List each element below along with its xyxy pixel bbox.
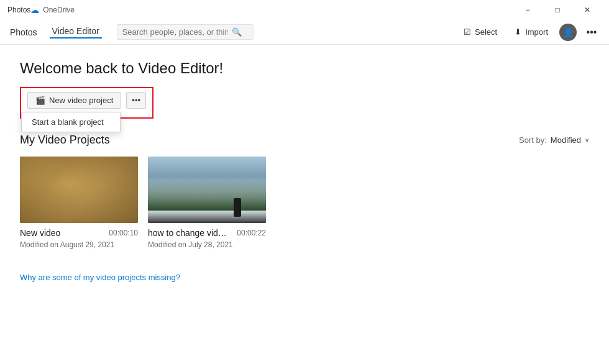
chevron-down-icon: ∨ (585, 137, 589, 143)
video-grid: New video 00:00:10 Modified on August 29… (20, 157, 589, 252)
onedrive-icon: ☁ (30, 5, 39, 15)
import-icon: ⬇ (515, 27, 521, 37)
video-title-row-1: New video 00:00:10 (20, 228, 138, 238)
search-icon: 🔍 (232, 27, 242, 37)
select-label: Select (475, 27, 497, 37)
section-header: My Video Projects Sort by: Modified ∨ (20, 134, 589, 147)
avatar-icon: 👤 (563, 27, 574, 37)
title-bar: Photos ☁ OneDrive − □ ✕ (0, 0, 609, 20)
video-modified-2: Modified on July 28, 2021 (148, 240, 266, 249)
video-info-1: New video 00:00:10 Modified on August 29… (20, 223, 138, 252)
select-button[interactable]: ☑ Select (457, 25, 503, 39)
missing-link[interactable]: Why are some of my video projects missin… (20, 273, 180, 282)
close-button[interactable]: ✕ (573, 0, 602, 20)
onedrive-area: ☁ OneDrive (30, 5, 75, 15)
nav-video-editor[interactable]: Video Editor (50, 26, 102, 39)
nav-photos[interactable]: Photos (7, 27, 40, 37)
app-title: Photos (7, 6, 30, 14)
start-blank-item[interactable]: Start a blank project (22, 112, 120, 132)
nav-right: ☑ Select ⬇ Import 👤 ••• (457, 22, 602, 42)
search-input[interactable] (122, 27, 228, 37)
video-thumbnail-1 (20, 157, 138, 223)
missing-link-area: Why are some of my video projects missin… (20, 271, 589, 283)
action-row: 🎬 New video project ••• (27, 92, 146, 109)
video-card-1[interactable]: New video 00:00:10 Modified on August 29… (20, 157, 138, 252)
video-title-2: how to change vide... (148, 228, 229, 238)
new-video-project-button[interactable]: 🎬 New video project (27, 92, 121, 109)
import-button[interactable]: ⬇ Import (508, 25, 554, 39)
minimize-button[interactable]: − (513, 0, 542, 20)
video-duration-1: 00:00:10 (109, 229, 138, 237)
sort-value: Modified (551, 135, 581, 145)
section-title: My Video Projects (20, 134, 110, 147)
maximize-button[interactable]: □ (543, 0, 572, 20)
onedrive-label: OneDrive (43, 6, 75, 14)
new-video-ellipsis-button[interactable]: ••• (126, 92, 146, 109)
title-bar-controls: − □ ✕ (513, 0, 602, 20)
video-info-2: how to change vide... 00:00:22 Modified … (148, 223, 266, 252)
more-options-button[interactable]: ••• (582, 22, 602, 42)
video-modified-1: Modified on August 29, 2021 (20, 240, 138, 249)
video-card-2[interactable]: how to change vide... 00:00:22 Modified … (148, 157, 266, 252)
thumbnail-image-snow (148, 157, 266, 223)
avatar[interactable]: 👤 (559, 24, 577, 41)
video-title-row-2: how to change vide... 00:00:22 (148, 228, 266, 238)
new-video-icon: 🎬 (35, 96, 45, 105)
sort-label: Sort by: (519, 135, 547, 145)
search-bar: 🔍 (117, 24, 254, 40)
welcome-area: Welcome back to Video Editor! Start a bl… (20, 60, 589, 119)
video-title-1: New video (20, 228, 60, 238)
new-project-popup: Start a blank project (21, 112, 121, 132)
sort-control[interactable]: Sort by: Modified ∨ (519, 135, 589, 145)
top-nav: Photos Video Editor 🔍 ☑ Select ⬇ Import … (0, 20, 609, 45)
welcome-title: Welcome back to Video Editor! (20, 60, 589, 77)
import-label: Import (525, 27, 548, 37)
new-video-label: New video project (49, 96, 113, 105)
new-project-trigger-area: Start a blank project 🎬 New video projec… (20, 87, 153, 119)
select-icon: ☑ (464, 27, 471, 37)
video-thumbnail-2 (148, 157, 266, 223)
main-content: Welcome back to Video Editor! Start a bl… (0, 45, 609, 298)
video-duration-2: 00:00:22 (237, 229, 266, 237)
thumbnail-image-dog (20, 157, 138, 223)
